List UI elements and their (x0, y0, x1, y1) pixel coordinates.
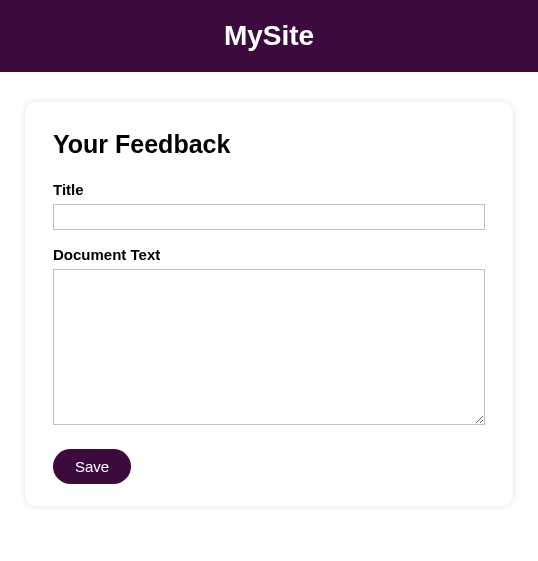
feedback-card: Your Feedback Title Document Text Save (25, 102, 513, 506)
content-wrap: Your Feedback Title Document Text Save (0, 72, 538, 536)
save-button[interactable]: Save (53, 449, 131, 484)
site-title: MySite (0, 20, 538, 52)
document-text-group: Document Text (53, 246, 485, 429)
title-input[interactable] (53, 204, 485, 230)
document-text-label: Document Text (53, 246, 485, 263)
title-label: Title (53, 181, 485, 198)
title-group: Title (53, 181, 485, 230)
form-heading: Your Feedback (53, 130, 485, 159)
site-header: MySite (0, 0, 538, 72)
document-text-input[interactable] (53, 269, 485, 425)
